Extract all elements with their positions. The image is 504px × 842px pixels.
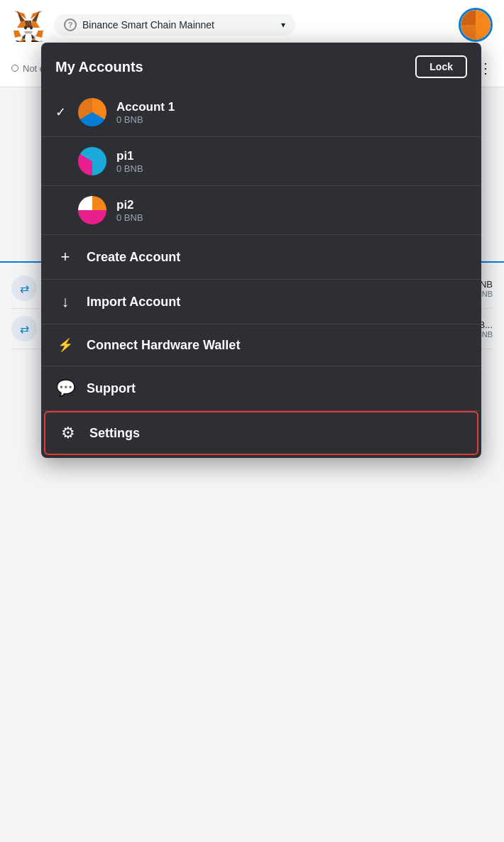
- metamask-logo: [11, 8, 45, 42]
- account-balance: 0 BNB: [116, 114, 175, 125]
- plus-icon: +: [55, 248, 75, 266]
- account-avatar-account1: [78, 98, 106, 126]
- svg-marker-2: [35, 31, 43, 38]
- download-icon: ↓: [55, 292, 75, 311]
- accounts-panel: My Accounts Lock ✓ Account 1 0 BNB ✓ pi1…: [41, 43, 481, 458]
- svg-marker-18: [31, 40, 40, 42]
- account-name: Account 1: [116, 100, 175, 114]
- connect-hardware-label: Connect Hardware Wallet: [87, 338, 240, 353]
- support-label: Support: [87, 381, 136, 396]
- svg-point-24: [30, 26, 33, 30]
- chevron-down-icon: ▾: [281, 20, 285, 30]
- network-selector[interactable]: ? Binance Smart Chain Mainnet ▾: [54, 14, 295, 35]
- svg-marker-3: [13, 31, 21, 38]
- account-info: pi2 0 BNB: [116, 198, 143, 223]
- panel-header: My Accounts Lock: [41, 43, 481, 88]
- account-avatar[interactable]: [459, 8, 493, 42]
- account-list: ✓ Account 1 0 BNB ✓ pi1 0 BNB ✓ pi2 0 BN: [41, 88, 481, 234]
- account-info: Account 1 0 BNB: [116, 100, 175, 125]
- selected-check-icon: ✓: [55, 104, 72, 120]
- account-info: pi1 0 BNB: [116, 149, 143, 174]
- tx-icon: ⇄: [11, 316, 37, 341]
- account-name: pi2: [116, 198, 143, 212]
- tx-icon: ⇄: [11, 275, 37, 301]
- create-account-item[interactable]: + Create Account: [41, 235, 481, 279]
- support-icon: 💬: [55, 379, 75, 398]
- usb-icon: ⚡: [55, 337, 75, 353]
- network-help-icon: ?: [64, 18, 77, 31]
- list-item[interactable]: ✓ pi2 0 BNB: [41, 186, 481, 234]
- svg-point-23: [24, 26, 27, 30]
- gear-icon: ⚙: [58, 424, 78, 442]
- list-item[interactable]: ✓ Account 1 0 BNB: [41, 88, 481, 136]
- import-account-item[interactable]: ↓ Import Account: [41, 280, 481, 324]
- svg-marker-17: [40, 40, 43, 42]
- account-avatar-pi1: [78, 147, 106, 175]
- account-name: pi1: [116, 149, 143, 163]
- connection-dot: [11, 65, 18, 72]
- create-account-label: Create Account: [87, 250, 180, 265]
- lock-button[interactable]: Lock: [415, 55, 467, 78]
- network-name: Binance Smart Chain Mainnet: [82, 19, 275, 31]
- account-balance: 0 BNB: [116, 212, 143, 223]
- import-account-label: Import Account: [87, 295, 180, 310]
- support-item[interactable]: 💬 Support: [41, 366, 481, 410]
- connect-hardware-item[interactable]: ⚡ Connect Hardware Wallet: [41, 324, 481, 366]
- list-item[interactable]: ✓ pi1 0 BNB: [41, 137, 481, 185]
- settings-item[interactable]: ⚙ Settings: [44, 411, 478, 455]
- account-balance: 0 BNB: [116, 163, 143, 174]
- account-avatar-pi2: [78, 196, 106, 224]
- settings-label: Settings: [89, 426, 140, 441]
- panel-title: My Accounts: [55, 59, 143, 75]
